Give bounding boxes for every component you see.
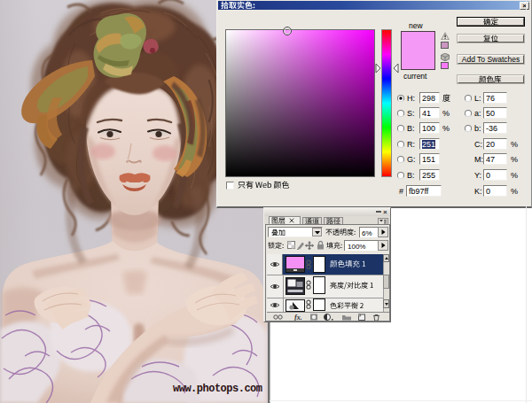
svg-text:fx.: fx.: [294, 314, 302, 321]
svg-text:www.photops.com: www.photops.com: [173, 383, 262, 395]
